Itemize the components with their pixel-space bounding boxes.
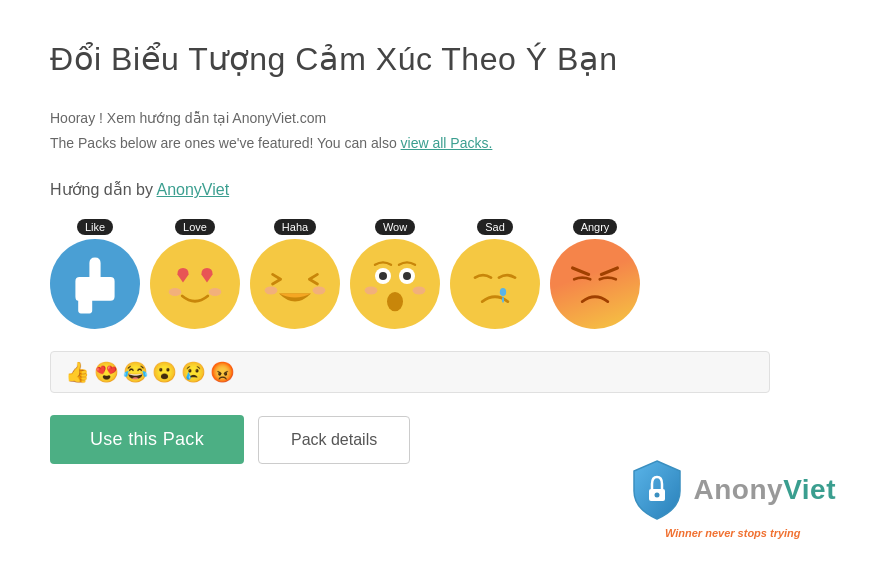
emoji-item-love: Love bbox=[150, 219, 240, 329]
subtitle-line1: Hooray ! Xem hướng dẫn tại AnonyViet.com bbox=[50, 106, 826, 131]
guide-label: Hướng dẫn by AnonyViet bbox=[50, 180, 826, 199]
page-title: Đổi Biểu Tượng Cảm Xúc Theo Ý Bạn bbox=[50, 40, 826, 78]
emoji-row: Like Love bbox=[50, 219, 826, 329]
svg-point-2 bbox=[265, 287, 278, 295]
subtitle-block: Hooray ! Xem hướng dẫn tại AnonyViet.com… bbox=[50, 106, 826, 156]
subtitle2-prefix: The Packs below are ones we've featured!… bbox=[50, 135, 401, 151]
emoji-item-haha: Haha bbox=[250, 219, 340, 329]
emoji-circle-love bbox=[150, 239, 240, 329]
emoji-label-wow: Wow bbox=[375, 219, 415, 235]
emoji-circle-wow bbox=[350, 239, 440, 329]
preview-emoji-2: 😍 bbox=[94, 360, 119, 384]
logo-name: AnonyViet bbox=[694, 474, 836, 506]
anonyviet-link[interactable]: AnonyViet bbox=[157, 181, 230, 198]
logo-anony: Anony bbox=[694, 474, 784, 505]
preview-emoji-4: 😮 bbox=[152, 360, 177, 384]
emoji-label-love: Love bbox=[175, 219, 215, 235]
preview-emoji-3: 😂 bbox=[123, 360, 148, 384]
preview-emoji-1: 👍 bbox=[65, 360, 90, 384]
preview-strip: 👍 😍 😂 😮 😢 😡 bbox=[50, 351, 770, 393]
logo-inner: AnonyViet bbox=[630, 459, 836, 521]
emoji-label-angry: Angry bbox=[573, 219, 618, 235]
svg-point-8 bbox=[387, 292, 403, 311]
logo-shield-icon bbox=[630, 459, 684, 521]
emoji-label-sad: Sad bbox=[477, 219, 513, 235]
page-container: Đổi Biểu Tượng Cảm Xúc Theo Ý Bạn Hooray… bbox=[0, 0, 876, 561]
svg-point-3 bbox=[313, 287, 326, 295]
svg-point-13 bbox=[654, 493, 659, 498]
emoji-item-sad: Sad bbox=[450, 219, 540, 329]
emoji-circle-sad bbox=[450, 239, 540, 329]
svg-point-9 bbox=[365, 287, 378, 295]
logo-text-block: AnonyViet bbox=[694, 474, 836, 506]
pack-details-button[interactable]: Pack details bbox=[258, 416, 410, 464]
svg-point-5 bbox=[379, 272, 387, 280]
guide-prefix: Hướng dẫn by bbox=[50, 181, 157, 198]
emoji-item-angry: Angry bbox=[550, 219, 640, 329]
svg-point-1 bbox=[209, 288, 222, 296]
emoji-label-haha: Haha bbox=[274, 219, 316, 235]
emoji-circle-like bbox=[50, 239, 140, 329]
svg-point-11 bbox=[500, 288, 506, 296]
emoji-label-like: Like bbox=[77, 219, 113, 235]
preview-emoji-5: 😢 bbox=[181, 360, 206, 384]
emoji-circle-haha bbox=[250, 239, 340, 329]
preview-emoji-6: 😡 bbox=[210, 360, 235, 384]
svg-point-7 bbox=[403, 272, 411, 280]
emoji-item-wow: Wow bbox=[350, 219, 440, 329]
emoji-item-like: Like bbox=[50, 219, 140, 329]
button-row: Use this Pack Pack details bbox=[50, 415, 826, 464]
svg-point-10 bbox=[413, 287, 426, 295]
view-all-packs-link[interactable]: view all Packs. bbox=[401, 135, 493, 151]
svg-point-0 bbox=[169, 288, 182, 296]
emoji-circle-angry bbox=[550, 239, 640, 329]
subtitle-line2: The Packs below are ones we've featured!… bbox=[50, 131, 826, 156]
use-this-pack-button[interactable]: Use this Pack bbox=[50, 415, 244, 464]
logo-tagline: Winner never stops trying bbox=[665, 527, 801, 539]
logo-viet: Viet bbox=[783, 474, 836, 505]
logo-block: AnonyViet Winner never stops trying bbox=[630, 459, 836, 539]
